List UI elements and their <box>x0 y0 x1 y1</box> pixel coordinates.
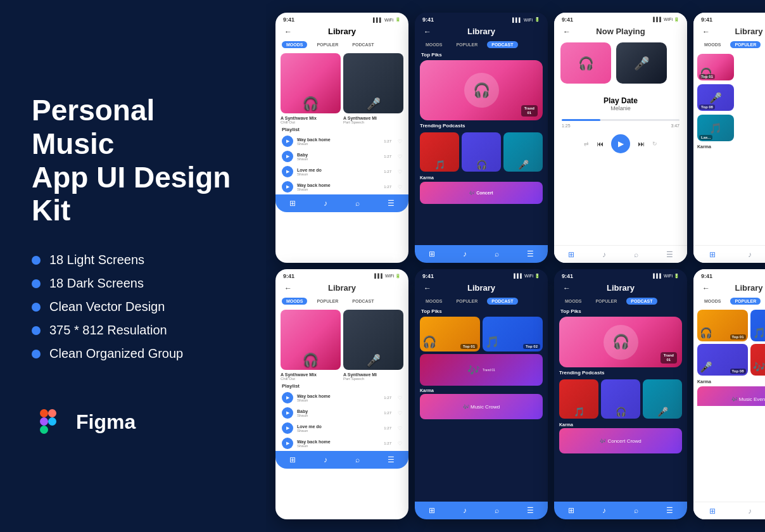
top-pik-6-2[interactable]: 🎵 Top 02 <box>483 317 543 352</box>
play-pause-btn[interactable]: ▶ <box>611 134 630 153</box>
nav-search-2[interactable]: ⌕ <box>495 250 499 258</box>
nav-lib-2[interactable]: ⊞ <box>429 250 435 258</box>
back-arrow-6[interactable]: ← <box>424 284 431 293</box>
nav-5-4[interactable]: ☰ <box>388 455 395 464</box>
back-arrow-3[interactable]: ← <box>563 27 571 36</box>
podcast-7-1[interactable]: 🎵 <box>559 379 598 419</box>
nav-7-2[interactable]: ♪ <box>602 506 606 515</box>
nav-search-3[interactable]: ⌕ <box>634 250 638 259</box>
nav-lib-4[interactable]: ⊞ <box>709 250 716 259</box>
nav-5-3[interactable]: ⌕ <box>355 455 360 464</box>
heart-icon-2[interactable]: ♡ <box>398 154 402 160</box>
back-arrow-2[interactable]: ← <box>424 27 431 36</box>
tab-podcast-6[interactable]: PODCAST <box>487 298 517 305</box>
top8-item-1[interactable]: 🎧 Top 01 <box>697 310 748 341</box>
nav-7-3[interactable]: ⌕ <box>634 506 638 515</box>
heart-5-2[interactable]: ♡ <box>398 410 402 416</box>
tab-podcast-5[interactable]: PODCAST <box>348 298 378 305</box>
nav-6-3[interactable]: ⌕ <box>495 506 499 515</box>
nav-menu-3[interactable]: ☰ <box>666 250 673 259</box>
tab-populer-5[interactable]: POPULER <box>312 298 343 305</box>
tab-moods-7[interactable]: MOODS <box>560 298 586 305</box>
nav-6-2[interactable]: ♪ <box>463 506 467 515</box>
album-thumb-1[interactable]: 🎧 <box>281 53 341 113</box>
play-btn-5-1[interactable]: ▶ <box>282 392 293 403</box>
np-album-1[interactable]: 🎧 <box>560 42 611 84</box>
tab-populer-6[interactable]: POPULER <box>452 298 482 305</box>
nav-7-4[interactable]: ☰ <box>666 506 673 515</box>
featured-album-7[interactable]: 🎧 Trand01 <box>559 317 682 367</box>
top8-item-4[interactable]: 🎶 Last Weack <box>750 344 766 376</box>
nav-7-1[interactable]: ⊞ <box>568 506 574 515</box>
heart-5-4[interactable]: ♡ <box>398 441 402 446</box>
top-ol-img-1[interactable]: 🎧 Top 01 <box>697 54 734 80</box>
tab-populer-2[interactable]: POPULER <box>452 41 482 48</box>
featured-album-2[interactable]: 🎧 Trand01 <box>420 60 543 120</box>
album-5-1[interactable]: 🎧 <box>281 310 341 370</box>
nav-8-2[interactable]: ♪ <box>748 507 752 516</box>
shuffle-icon[interactable]: ⇄ <box>584 141 589 147</box>
nav-music-2[interactable]: ♪ <box>463 250 467 258</box>
tab-moods-2[interactable]: MOODS <box>421 41 446 48</box>
nav-5-2[interactable]: ♪ <box>324 455 327 464</box>
heart-icon-1[interactable]: ♡ <box>398 139 402 144</box>
tab-populer-7[interactable]: POPULER <box>591 298 621 305</box>
play-btn-3[interactable]: ▶ <box>282 166 293 177</box>
tab-moods-5[interactable]: MOODS <box>282 298 307 305</box>
nav-music-4[interactable]: ♪ <box>748 250 752 259</box>
album-5-2[interactable]: 🎤 <box>343 310 403 370</box>
top-ol-img-2[interactable]: 🎤 Top 08 <box>697 84 734 111</box>
podcast-7-3[interactable]: 🎤 <box>643 379 682 419</box>
heart-icon-4[interactable]: ♡ <box>398 184 402 190</box>
play-btn-1[interactable]: ▶ <box>282 136 293 147</box>
tab-moods-1[interactable]: MOODS <box>282 41 307 48</box>
nav-music-icon[interactable]: ♪ <box>324 199 327 208</box>
play-btn-5-3[interactable]: ▶ <box>282 422 293 434</box>
nav-search-icon[interactable]: ⌕ <box>355 199 360 208</box>
tab-podcast-7[interactable]: PODCAST <box>626 298 657 305</box>
podcast-2[interactable]: 🎧 <box>462 132 501 172</box>
nav-6-4[interactable]: ☰ <box>527 506 534 515</box>
nav-lib-3[interactable]: ⊞ <box>568 250 574 259</box>
top-pik-6-1[interactable]: 🎧 Top 01 <box>420 317 480 352</box>
top8-item-3[interactable]: 🎤 Top 08 <box>697 344 748 376</box>
nav-5-1[interactable]: ⊞ <box>289 455 296 464</box>
top8-item-2[interactable]: 🎵 Top 02 <box>750 310 766 341</box>
nav-music-3[interactable]: ♪ <box>602 250 606 259</box>
heart-5-1[interactable]: ♡ <box>398 395 402 401</box>
podcast-1[interactable]: 🎵 <box>420 132 459 172</box>
nav-8-1[interactable]: ⊞ <box>709 507 716 516</box>
nav-menu-2[interactable]: ☰ <box>527 250 534 258</box>
top-ol-img-3[interactable]: 🎵 Las... <box>697 115 734 141</box>
np-album-2[interactable]: 🎤 <box>616 42 667 84</box>
karma-label-6: Karma <box>415 387 548 394</box>
nav-library-icon[interactable]: ⊞ <box>289 199 296 208</box>
back-arrow-5[interactable]: ← <box>284 284 292 293</box>
nav-menu-icon[interactable]: ☰ <box>388 199 395 208</box>
tab-populer-8[interactable]: POPULER <box>730 298 761 305</box>
play-btn-5-2[interactable]: ▶ <box>282 407 293 419</box>
tab-moods-8[interactable]: MOODS <box>700 298 725 305</box>
back-arrow-8[interactable]: ← <box>702 284 710 293</box>
album-thumb-2[interactable]: 🎤 <box>343 53 403 113</box>
tab-podcast-1[interactable]: PODCAST <box>348 41 378 48</box>
heart-icon-3[interactable]: ♡ <box>398 169 402 175</box>
podcast-7-2[interactable]: 🎧 <box>601 379 640 419</box>
tab-populer-4[interactable]: POPULER <box>730 41 761 48</box>
nav-6-1[interactable]: ⊞ <box>429 506 435 515</box>
tab-moods-4[interactable]: MOODS <box>700 41 725 48</box>
heart-5-3[interactable]: ♡ <box>398 426 402 431</box>
next-icon[interactable]: ⏭ <box>638 140 645 148</box>
tab-populer-1[interactable]: POPULER <box>312 41 343 48</box>
podcast-3[interactable]: 🎤 <box>503 132 543 172</box>
tab-moods-6[interactable]: MOODS <box>421 298 446 305</box>
repeat-icon[interactable]: ↻ <box>652 141 657 147</box>
tab-podcast-2[interactable]: PODCAST <box>487 41 517 48</box>
play-btn-2[interactable]: ▶ <box>282 151 293 162</box>
prev-icon[interactable]: ⏮ <box>597 140 604 148</box>
back-arrow-7[interactable]: ← <box>563 284 571 293</box>
back-arrow-4[interactable]: ← <box>702 27 710 36</box>
play-btn-4[interactable]: ▶ <box>282 181 293 193</box>
play-btn-5-4[interactable]: ▶ <box>282 438 293 449</box>
back-arrow-1[interactable]: ← <box>284 27 292 36</box>
